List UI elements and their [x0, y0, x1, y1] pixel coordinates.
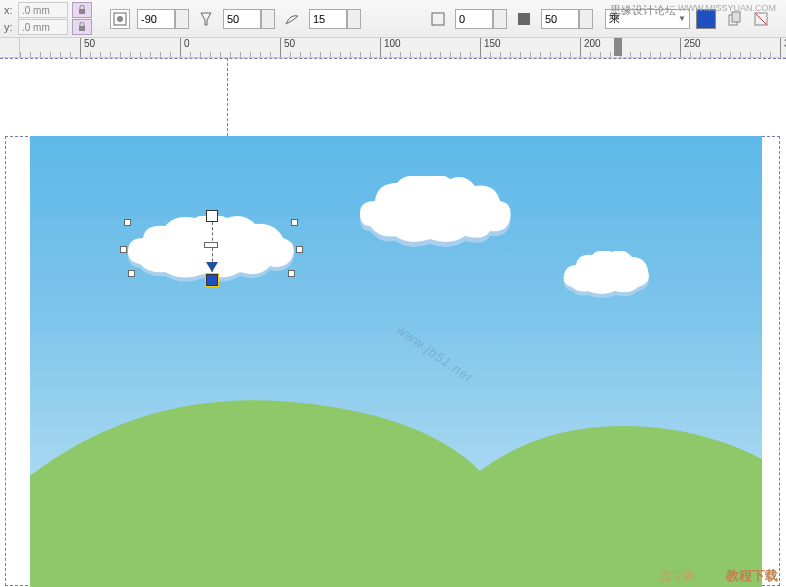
- svg-rect-0: [79, 9, 85, 14]
- ruler-origin[interactable]: [0, 38, 20, 58]
- watermark-bottom-2: 教程下载: [726, 567, 778, 585]
- edge-icon[interactable]: [428, 9, 448, 29]
- transparency1-spinner[interactable]: [261, 9, 275, 29]
- selection-handle-e[interactable]: [296, 246, 303, 253]
- x-label: x:: [4, 4, 16, 16]
- ruler-tick: 50: [280, 38, 295, 57]
- y-label: y:: [4, 21, 16, 33]
- center-icon[interactable]: [514, 9, 534, 29]
- gradient-start-handle[interactable]: [206, 210, 218, 222]
- svg-rect-7: [732, 12, 740, 22]
- x-input[interactable]: [18, 2, 68, 18]
- horizontal-ruler[interactable]: 10050050100150200250300: [20, 38, 786, 58]
- transparency-type-icon[interactable]: [110, 9, 130, 29]
- cloud-large: [355, 176, 515, 251]
- selection-handle-w[interactable]: [120, 246, 127, 253]
- forum-url: WWW.MISSYUAN.COM: [678, 3, 776, 13]
- transparency1-input[interactable]: [223, 9, 261, 29]
- selection-handle-ne[interactable]: [291, 219, 298, 226]
- coordinate-display: x: y:: [4, 2, 68, 35]
- rotation-spinner[interactable]: [175, 9, 189, 29]
- glass-icon[interactable]: [196, 9, 216, 29]
- rotation-input[interactable]: [137, 9, 175, 29]
- opacity2-input[interactable]: [541, 9, 579, 29]
- canvas[interactable]: www.jb51.net: [0, 58, 786, 587]
- green-hill: [30, 361, 762, 587]
- watermark-bottom-1: 查字典: [660, 568, 696, 585]
- gradient-mid-handle[interactable]: [204, 242, 218, 248]
- ruler-position-marker: [614, 38, 622, 56]
- selection-handle-sw[interactable]: [128, 270, 135, 277]
- ruler-tick: 300: [780, 38, 786, 57]
- ruler-tick: 50: [80, 38, 95, 57]
- svg-rect-5: [518, 13, 530, 25]
- feather-input[interactable]: [309, 9, 347, 29]
- selection-handle-nw[interactable]: [124, 219, 131, 226]
- selection-handle-se[interactable]: [288, 270, 295, 277]
- forum-text: 思缘设计论坛: [610, 3, 676, 18]
- lock-group: [72, 2, 92, 35]
- opacity1-input[interactable]: [455, 9, 493, 29]
- lock-width-icon[interactable]: [72, 2, 92, 18]
- svg-rect-4: [432, 13, 444, 25]
- svg-point-3: [117, 16, 123, 22]
- lock-height-icon[interactable]: [72, 19, 92, 35]
- page-boundary-top: [0, 58, 786, 59]
- opacity1-spinner[interactable]: [493, 9, 507, 29]
- cloud-small: [560, 251, 655, 301]
- ruler-tick: 0: [180, 38, 190, 57]
- y-input[interactable]: [18, 19, 68, 35]
- opacity2-spinner[interactable]: [579, 9, 593, 29]
- feather-icon[interactable]: [282, 9, 302, 29]
- gradient-end-handle[interactable]: [206, 274, 218, 286]
- svg-rect-1: [79, 26, 85, 31]
- svg-line-9: [755, 13, 767, 25]
- feather-spinner[interactable]: [347, 9, 361, 29]
- artwork-area: www.jb51.net: [30, 136, 762, 587]
- gradient-direction-arrow: [206, 262, 218, 272]
